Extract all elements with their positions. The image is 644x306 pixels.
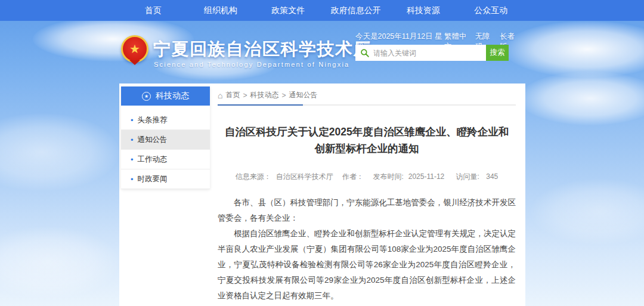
nav-item[interactable]: 公众互动 [457, 0, 525, 21]
breadcrumb-current[interactable]: 通知公告 [289, 90, 318, 100]
article-paragraph: 各市、县（区）科技管理部门，宁东能源化工基地管委会，银川经济技术开发区管委会，各… [218, 195, 516, 226]
top-nav-items: 首页组织机构政策文件政府信息公开科技资源公众互动 [119, 0, 525, 21]
sidebar-item-label: 时政要闻 [138, 174, 168, 184]
sidebar-item[interactable]: • 头条推荐 [121, 110, 210, 130]
site-header: ★ 宁夏回族自治区科学技术厅 Science and Technology De… [0, 21, 644, 84]
breadcrumb-home[interactable]: 首页 [225, 90, 240, 100]
article-paragraph: 根据自治区雏鹰企业、瞪羚企业和创新型标杆企业认定管理有关规定，决定认定半亩良人农… [218, 226, 516, 304]
cloud-decoration [531, 179, 644, 245]
sidebar-menu: • 头条推荐 • 通知公告 • 工作动态 • 时政要闻 [121, 106, 210, 189]
sidebar-title: 科技动态 [156, 91, 189, 101]
content-wrapper: ★ 科技动态 • 头条推荐 • 通知公告 • 工作动态 [119, 84, 525, 306]
nav-item[interactable]: 首页 [119, 0, 187, 21]
main-content: ⌂ 首页 > 科技动态 > 通知公告 自治区科技厅关于认定2025年度自治区雏鹰… [218, 84, 516, 306]
star-icon: ★ [129, 43, 140, 55]
sidebar-item-label: 头条推荐 [138, 115, 168, 125]
breadcrumb-divider [218, 104, 516, 106]
meta-source: 信息来源：自治区科学技术厅 [233, 172, 336, 181]
top-nav-bar: 首页组织机构政策文件政府信息公开科技资源公众互动 [0, 0, 644, 21]
home-icon: ⌂ [218, 91, 222, 100]
breadcrumb: ⌂ 首页 > 科技动态 > 通知公告 [218, 90, 516, 100]
search-icon [360, 48, 370, 58]
breadcrumb-divider-accent [218, 104, 303, 106]
sidebar: ★ 科技动态 • 头条推荐 • 通知公告 • 工作动态 [121, 86, 210, 189]
breadcrumb-separator: > [243, 91, 247, 100]
cloud-decoration [0, 227, 119, 298]
sidebar-item[interactable]: • 时政要闻 [121, 169, 210, 189]
article-body: 各市、县（区）科技管理部门，宁东能源化工基地管委会，银川经济技术开发区管委会，各… [218, 195, 516, 304]
breadcrumb-separator: > [281, 91, 286, 100]
nav-item[interactable]: 组织机构 [187, 0, 254, 21]
search-bar: 搜索 [355, 45, 509, 61]
nav-item[interactable]: 政策文件 [255, 0, 322, 21]
cloud-decoration [0, 113, 119, 191]
sidebar-item[interactable]: • 工作动态 [121, 150, 210, 169]
article-title: 自治区科技厅关于认定2025年度自治区雏鹰企业、瞪羚企业和创新型标杆企业的通知 [224, 123, 510, 157]
breadcrumb-section[interactable]: 科技动态 [250, 90, 278, 100]
site-subtitle: Science and Technology Department of Nin… [154, 61, 349, 68]
article-meta: 信息来源：自治区科学技术厅 作者： 发布时间:2025-11-12 访问量: 3… [218, 172, 516, 182]
sidebar-item-label: 工作动态 [138, 154, 168, 165]
search-input[interactable] [370, 45, 486, 60]
sidebar-header: ★ 科技动态 [121, 86, 210, 106]
nav-item[interactable]: 科技资源 [389, 0, 457, 21]
bullet-icon: • [131, 116, 134, 124]
national-emblem-logo[interactable]: ★ [121, 35, 148, 63]
meta-time: 发布时间:2025-11-12 [370, 172, 447, 181]
bullet-icon: • [131, 136, 134, 144]
nav-item[interactable]: 政府信息公开 [322, 0, 389, 21]
meta-author: 作者： [342, 172, 364, 181]
meta-views: 访问量: 345 [454, 172, 501, 181]
sidebar-item[interactable]: • 通知公告 [121, 130, 210, 150]
bullet-icon: • [131, 156, 134, 163]
site-title: 宁夏回族自治区科学技术厅 [153, 38, 371, 61]
sidebar-item-label: 通知公告 [138, 135, 168, 145]
search-button[interactable]: 搜索 [486, 45, 509, 61]
circled-star-icon: ★ [142, 92, 151, 101]
bullet-icon: • [131, 175, 134, 183]
